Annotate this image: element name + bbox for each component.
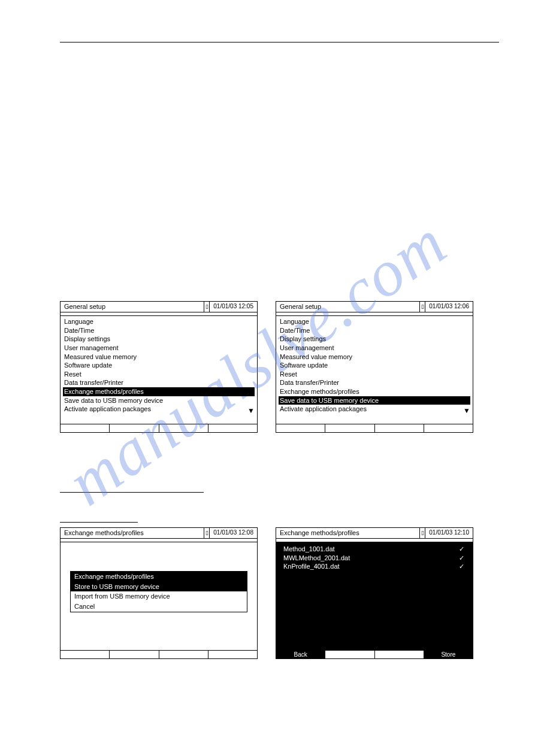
screen-exchange-popup: Exchange methods/profiles ▯ 01/01/03 12:…	[60, 527, 258, 659]
check-icon: ✓	[459, 545, 466, 553]
menu-item[interactable]: Reset	[280, 370, 469, 379]
file-row[interactable]: MWLMethod_2001.dat ✓	[283, 554, 466, 563]
softkey[interactable]	[375, 424, 424, 432]
menu-item[interactable]: Reset	[64, 370, 253, 379]
menu-item-selected[interactable]: Exchange methods/profiles	[63, 387, 255, 396]
menu-item-selected[interactable]: Save data to USB memory device	[279, 396, 470, 405]
popup-dialog: Exchange methods/profiles Store to USB m…	[70, 571, 247, 612]
softkey[interactable]	[375, 651, 424, 658]
header-indicator: ▯	[204, 528, 210, 538]
softkey[interactable]	[61, 424, 110, 432]
softkey[interactable]	[325, 651, 374, 658]
popup-title: Exchange methods/profiles	[71, 572, 247, 582]
file-name: MWLMethod_2001.dat	[283, 554, 350, 562]
header-indicator: ▯	[204, 302, 210, 312]
menu-item[interactable]: Exchange methods/profiles	[280, 387, 469, 396]
softkey-bar	[276, 424, 473, 432]
softkey[interactable]	[110, 651, 159, 658]
softkey-bar	[61, 650, 257, 658]
menu-item[interactable]: Data transfer/Printer	[280, 378, 469, 387]
softkey[interactable]	[276, 424, 325, 432]
screen-title: Exchange methods/profiles	[276, 528, 419, 538]
scroll-down-icon: ▼	[463, 407, 470, 415]
softkey[interactable]	[61, 651, 110, 658]
screen-datetime: 01/01/03 12:05	[210, 302, 257, 312]
softkey-store[interactable]: Store	[424, 651, 473, 658]
menu-item[interactable]: Save data to USB memory device	[64, 396, 253, 405]
screen-title: Exchange methods/profiles	[61, 528, 204, 538]
softkey[interactable]	[424, 424, 473, 432]
file-row-selected[interactable]: Method_1001.dat ✓	[280, 545, 469, 554]
scroll-down-icon: ▼	[247, 407, 255, 415]
softkey[interactable]	[110, 424, 159, 432]
screen-datetime: 01/01/03 12:10	[425, 528, 473, 538]
screen-title: General setup	[276, 302, 419, 312]
file-name: Method_1001.dat	[283, 545, 335, 553]
menu-item[interactable]: Activate application packages	[280, 405, 469, 414]
screen-general-setup-b: General setup ▯ 01/01/03 12:06 Language …	[276, 301, 473, 433]
menu-item[interactable]: Measured value memory	[280, 353, 469, 362]
popup-item-selected[interactable]: Store to USB memory device	[71, 582, 247, 592]
check-icon: ✓	[459, 563, 466, 570]
softkey-bar	[61, 424, 257, 432]
softkey[interactable]	[159, 424, 208, 432]
menu-item[interactable]: Date/Time	[280, 326, 469, 335]
menu-item[interactable]: Software update	[64, 361, 253, 370]
header-indicator: ▯	[419, 302, 425, 312]
popup-item[interactable]: Cancel	[71, 602, 247, 612]
screen-datetime: 01/01/03 12:08	[210, 528, 257, 538]
softkey-bar: Back Store	[276, 650, 473, 658]
menu-item[interactable]: Measured value memory	[64, 353, 253, 362]
softkey[interactable]	[208, 651, 257, 658]
softkey[interactable]	[208, 424, 257, 432]
popup-item[interactable]: Import from USB memory device	[71, 591, 247, 602]
top-divider	[60, 42, 499, 42]
menu-item[interactable]: Activate application packages	[64, 405, 253, 414]
menu-item[interactable]: Language	[64, 317, 253, 326]
section-underline	[60, 511, 138, 523]
menu-item[interactable]: Display settings	[64, 335, 253, 344]
screenshot-row-2: Exchange methods/profiles ▯ 01/01/03 12:…	[60, 527, 499, 659]
file-name: KnProfile_4001.dat	[283, 563, 340, 570]
screen-datetime: 01/01/03 12:06	[425, 302, 473, 312]
check-icon: ✓	[459, 554, 466, 562]
header-indicator: ▯	[419, 528, 425, 538]
softkey-back[interactable]: Back	[276, 651, 325, 658]
screen-exchange-filelist: Exchange methods/profiles ▯ 01/01/03 12:…	[276, 527, 473, 659]
menu-item[interactable]: User management	[64, 344, 253, 353]
softkey[interactable]	[159, 651, 208, 658]
screen-general-setup-a: General setup ▯ 01/01/03 12:05 Language …	[60, 301, 258, 433]
section-underline	[60, 481, 204, 493]
softkey[interactable]	[325, 424, 374, 432]
menu-item[interactable]: Language	[280, 317, 469, 326]
menu-item[interactable]: Software update	[280, 361, 469, 370]
file-row[interactable]: KnProfile_4001.dat ✓	[283, 562, 466, 571]
screenshot-row-1: General setup ▯ 01/01/03 12:05 Language …	[60, 301, 499, 433]
screen-title: General setup	[61, 302, 204, 312]
menu-item[interactable]: Display settings	[280, 335, 469, 344]
menu-item[interactable]: Date/Time	[64, 326, 253, 335]
menu-item[interactable]: Data transfer/Printer	[64, 378, 253, 387]
menu-item[interactable]: User management	[280, 344, 469, 353]
